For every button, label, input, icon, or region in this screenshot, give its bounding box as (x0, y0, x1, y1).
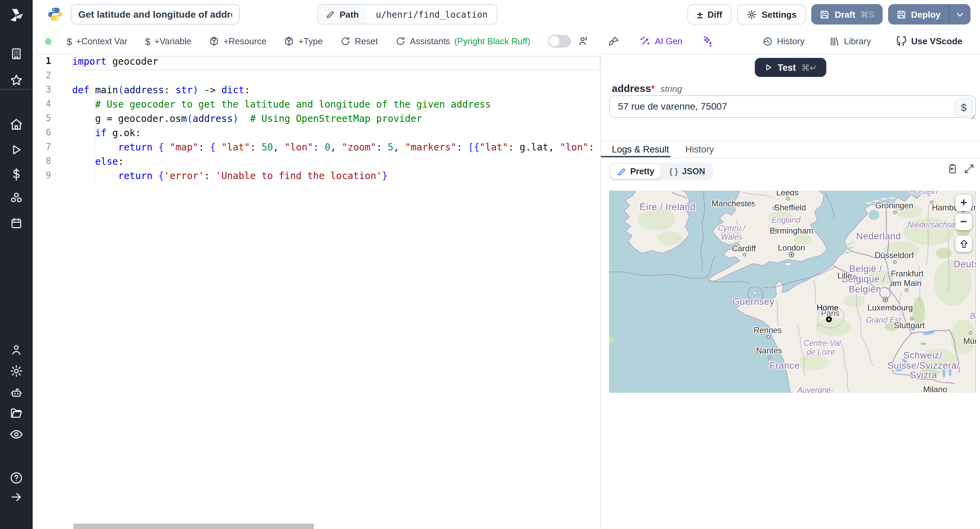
resource-label: +Resource (223, 36, 266, 46)
settings-label: Settings (762, 9, 797, 19)
settings-button[interactable]: Settings (737, 4, 806, 24)
map-locate-button[interactable] (956, 236, 972, 252)
map-city-dot (743, 253, 746, 257)
calendar-icon[interactable] (10, 217, 23, 230)
windmill-logo-icon[interactable] (8, 7, 25, 24)
path-edit[interactable]: Path (318, 5, 367, 24)
map-label: Manchester (711, 199, 754, 208)
address-input[interactable]: 57 rue de varenne, 75007 (610, 96, 975, 117)
add-resource-button[interactable]: +Resource (209, 36, 266, 46)
home-marker-label: Home (817, 303, 838, 312)
map-label: Düsseldorf (875, 250, 914, 260)
map-label: Éire / Ireland (640, 202, 695, 212)
use-vscode-label: Use VScode (911, 36, 962, 46)
type-label: +Type (298, 36, 323, 46)
line-number: 6 (33, 127, 72, 142)
map-city-dot (905, 288, 908, 292)
diff-button[interactable]: ± Diff (688, 4, 732, 24)
deploy-menu-button[interactable] (950, 4, 970, 24)
package-icon (209, 36, 219, 46)
map-zoom-out-button[interactable]: − (956, 214, 972, 230)
star-icon[interactable] (10, 73, 23, 87)
draft-button[interactable]: Draft ⌘S (811, 4, 882, 24)
map-label: Deutschland (954, 259, 976, 269)
map-city-dot (786, 197, 790, 201)
format-button[interactable] (608, 36, 619, 47)
argument-name: address* (612, 82, 655, 94)
add-context-var-button[interactable]: $ +Context Var (67, 36, 127, 47)
result-tabs: Logs & Result History (601, 142, 980, 157)
map-label: Nederland (856, 231, 901, 241)
play-icon[interactable] (10, 143, 23, 156)
address-field-wrap: 57 rue de varenne, 75007 $ (609, 95, 976, 118)
test-button[interactable]: Test ⌘↵ (754, 58, 827, 77)
code-line[interactable]: 7 return { "map": { "lat": 50, "lon": 0,… (33, 142, 600, 156)
map-city-dot (853, 276, 856, 279)
code-line-text: return {'error': 'Unable to find the loc… (72, 170, 600, 185)
code-editor[interactable]: 1import geocoder23def main(address: str)… (33, 54, 600, 529)
map-labels: LeedsManchesterSheffieldEnglandCymru /Wa… (609, 191, 976, 393)
map-label: Holstein (909, 191, 937, 195)
map-city-dot (773, 207, 776, 210)
help-icon[interactable] (10, 471, 23, 485)
dollar-icon[interactable] (10, 167, 23, 181)
code-line[interactable]: 5 g = geocoder.osm(address) # Using Open… (33, 113, 600, 127)
eye-icon[interactable] (9, 427, 24, 441)
copy-result-icon[interactable] (947, 163, 958, 174)
cubes-icon[interactable] (9, 192, 24, 206)
argument-header: address* string (612, 82, 682, 94)
map-zoom-in-button[interactable]: + (956, 195, 972, 211)
magic-wand-icon (640, 36, 651, 47)
result-map[interactable]: LeedsManchesterSheffieldEnglandCymru /Wa… (609, 191, 976, 393)
tab-logs-result[interactable]: Logs & Result (612, 142, 669, 157)
package-icon (284, 36, 294, 46)
home-marker[interactable] (826, 316, 832, 322)
line-number: 9 (33, 170, 72, 185)
script-title-input[interactable] (71, 4, 240, 24)
code-line[interactable]: 6 if g.ok: (33, 127, 600, 142)
ai-gen-button[interactable]: AI Gen (640, 36, 682, 47)
resize-grip-icon[interactable] (969, 113, 976, 120)
toggle-knob (549, 36, 559, 46)
robot-icon[interactable] (10, 386, 23, 400)
path-widget[interactable]: Path u/henri/find_location (317, 4, 497, 24)
add-type-button[interactable]: +Type (284, 36, 323, 46)
gear-icon[interactable] (10, 364, 23, 378)
code-line-text: def main(address: str) -> dict: (72, 84, 600, 99)
code-line[interactable]: 8 else: (33, 156, 600, 170)
pretty-view-button[interactable]: Pretty (611, 164, 661, 179)
github-cat-icon (896, 35, 907, 47)
folder-icon[interactable] (10, 406, 23, 420)
code-line-text: g = geocoder.osm(address) # Using OpenSt… (72, 113, 600, 127)
code-line[interactable]: 2 (33, 70, 600, 84)
assistants-button[interactable]: Assistants (Pyright Black Ruff) (395, 36, 530, 46)
tab-history[interactable]: History (685, 142, 714, 157)
history-button[interactable]: History (762, 36, 804, 47)
map-label: Milano (923, 385, 947, 393)
code-line-text: # Use geocoder to get the latitude and l… (72, 99, 600, 113)
reset-button[interactable]: Reset (340, 36, 378, 46)
library-icon (829, 36, 840, 47)
sparkles-icon[interactable] (701, 35, 713, 47)
multiplayer-toggle[interactable] (548, 35, 571, 48)
user-icon[interactable] (10, 344, 23, 357)
add-variable-button[interactable]: $ +Variable (145, 36, 191, 47)
code-line[interactable]: 1import geocoder (33, 56, 600, 70)
argument-type: string (660, 84, 682, 94)
library-button[interactable]: Library (829, 36, 871, 47)
editor-horizontal-scrollbar[interactable] (73, 524, 314, 529)
json-view-button[interactable]: { } JSON (662, 164, 712, 179)
path-value: u/henri/find_location (367, 5, 496, 24)
code-line[interactable]: 9 return {'error': 'Unable to find the l… (33, 170, 600, 185)
use-vscode-button[interactable]: Use VScode (896, 35, 962, 47)
map-label: Schweiz/ (904, 350, 942, 360)
code-line[interactable]: 3def main(address: str) -> dict: (33, 84, 600, 99)
home-icon[interactable] (10, 118, 23, 131)
expand-result-icon[interactable] (964, 163, 975, 174)
deploy-button[interactable]: Deploy (888, 4, 949, 24)
building-icon[interactable] (10, 47, 23, 60)
line-number: 7 (33, 142, 72, 156)
code-line[interactable]: 4 # Use geocoder to get the latitude and… (33, 99, 600, 113)
map-label: Auvergne- (797, 386, 833, 393)
arrow-right-icon[interactable] (10, 491, 23, 504)
